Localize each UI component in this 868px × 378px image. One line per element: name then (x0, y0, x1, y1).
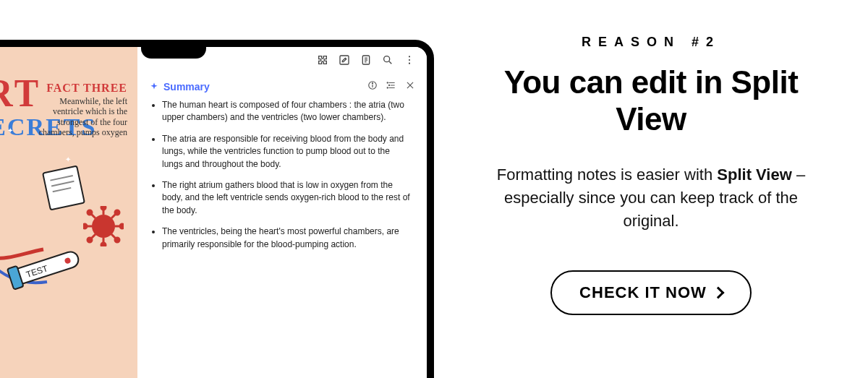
page-icon[interactable] (360, 54, 372, 69)
svg-point-42 (387, 82, 388, 83)
marketing-copy: REASON #2 You can edit in Split View For… (434, 0, 868, 378)
summary-bullet: The right atrium gathers blood that is l… (162, 179, 415, 217)
svg-point-12 (83, 224, 87, 228)
fact-three-label: FACT THREE (33, 82, 127, 95)
more-icon[interactable] (404, 54, 415, 69)
svg-point-33 (409, 56, 410, 57)
svg-rect-26 (340, 56, 349, 64)
svg-point-10 (101, 243, 106, 246)
notepad-icon (39, 163, 88, 213)
fact-three-text: Meanwhile, the left ventricle which is t… (33, 96, 127, 138)
summary-bullet: The ventricles, being the heart's most p… (162, 225, 415, 251)
body-text: Formatting notes is easier with Split Vi… (495, 163, 807, 233)
svg-point-14 (120, 224, 124, 228)
close-icon[interactable] (405, 80, 415, 93)
chevron-right-icon (712, 286, 724, 298)
edit-icon[interactable] (339, 54, 350, 69)
summary-title: Summary (163, 81, 210, 93)
svg-rect-2 (43, 166, 85, 210)
svg-point-8 (101, 206, 106, 210)
puzzle-icon[interactable] (317, 54, 328, 69)
summary-bullet: The human heart is composed of four cham… (162, 99, 415, 124)
virus-icon (83, 206, 124, 246)
svg-point-31 (384, 56, 390, 62)
cta-label: CHECK IT NOW (579, 283, 707, 302)
svg-point-38 (372, 83, 373, 84)
split-view-left-document: EART OF SECRETS FACT THREE Meanwhile, th… (0, 47, 137, 378)
tablet-frame: EART OF SECRETS FACT THREE Meanwhile, th… (0, 40, 434, 378)
outline-icon[interactable] (386, 80, 396, 93)
svg-point-34 (409, 59, 410, 61)
headline-text: You can edit in Split View (470, 64, 832, 137)
svg-line-32 (389, 61, 391, 64)
device-mockup: EART OF SECRETS FACT THREE Meanwhile, th… (0, 0, 434, 378)
app-toolbar (317, 54, 415, 69)
tablet-notch (141, 44, 206, 59)
svg-point-20 (88, 238, 92, 242)
eyebrow-text: REASON #2 (582, 35, 720, 50)
svg-point-35 (409, 63, 410, 64)
svg-point-43 (389, 85, 390, 85)
summary-header: Summary (149, 81, 210, 93)
split-view-right-summary: Summary The hum (137, 47, 427, 378)
svg-point-44 (387, 87, 388, 88)
cta-button[interactable]: CHECK IT NOW (550, 270, 752, 315)
svg-point-16 (88, 210, 92, 215)
svg-point-18 (115, 210, 119, 215)
info-icon[interactable] (367, 80, 378, 93)
summary-bullet: The atria are responsible for receiving … (162, 133, 415, 171)
sparkle-icon (149, 82, 159, 92)
doodle-cluster: TEST (14, 170, 130, 285)
svg-point-22 (115, 238, 119, 242)
body-pre: Formatting notes is easier with (497, 166, 717, 184)
summary-bullet-list: The human heart is composed of four cham… (149, 99, 415, 251)
fact-three-block: FACT THREE Meanwhile, the left ventricle… (33, 82, 127, 138)
body-bold: Split View (717, 166, 792, 184)
search-icon[interactable] (382, 54, 393, 69)
